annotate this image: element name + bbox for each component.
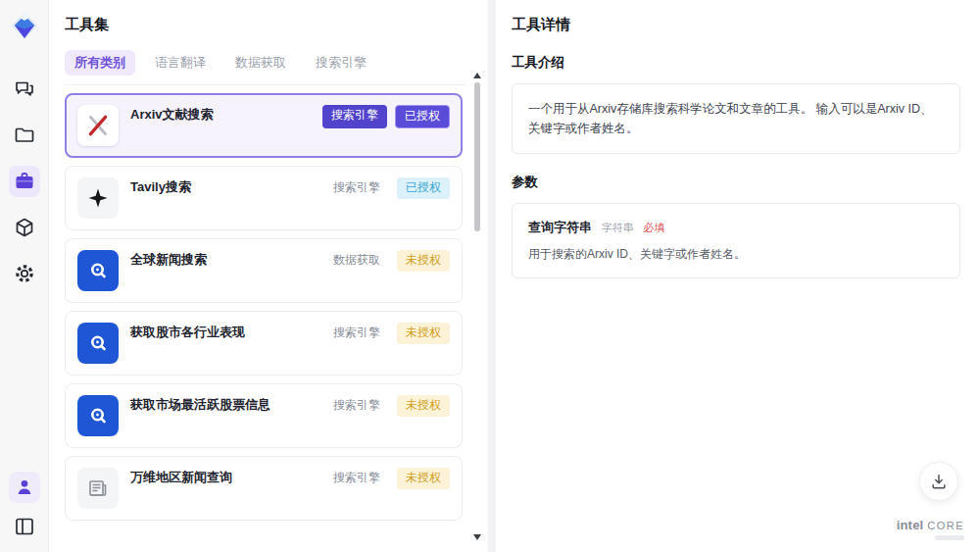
user-icon[interactable] xyxy=(9,472,40,503)
tool-auth-badge: 已授权 xyxy=(397,177,450,199)
tool-card[interactable]: Tavily搜索 搜索引擎 已授权 xyxy=(65,166,463,230)
tool-category-badge: 搜索引擎 xyxy=(322,105,387,128)
tool-auth-badge: 未授权 xyxy=(397,323,450,344)
tool-name: Arxiv文献搜索 xyxy=(130,105,315,124)
cube-icon[interactable] xyxy=(9,212,40,243)
tools-list: Arxiv文献搜索 搜索引擎 已授权 Tavily搜索 搜索引擎 已授权 xyxy=(65,93,480,536)
scrollbar-thumb[interactable] xyxy=(474,82,480,231)
app-window: 工具集 所有类别语言翻译数据获取搜索引擎 Arxiv文献搜索 搜索引擎 已授权 … xyxy=(0,0,980,552)
search-blue-icon xyxy=(77,250,119,291)
intro-text: 一个用于从Arxiv存储库搜索科学论文和文章的工具。 输入可以是Arxiv ID… xyxy=(528,99,944,138)
scrollbar-track[interactable] xyxy=(473,82,481,530)
scroll-down-arrow[interactable] xyxy=(473,534,481,540)
details-title: 工具详情 xyxy=(512,16,960,34)
tools-panel-title: 工具集 xyxy=(65,16,480,34)
gear-icon[interactable] xyxy=(9,258,40,289)
tool-card[interactable]: 全球新闻搜索 数据获取 未授权 xyxy=(65,238,463,303)
tab-数据获取[interactable]: 数据获取 xyxy=(225,50,296,75)
tool-category-badge: 搜索引擎 xyxy=(324,177,389,199)
download-icon xyxy=(929,472,949,491)
tab-语言翻译[interactable]: 语言翻译 xyxy=(145,50,216,75)
tool-card[interactable]: 获取市场最活跃股票信息 搜索引擎 未授权 xyxy=(65,383,463,448)
tool-category-badge: 数据获取 xyxy=(324,250,389,272)
tool-card[interactable]: Arxiv文献搜索 搜索引擎 已授权 xyxy=(65,93,463,158)
param-row: 查询字符串 字符串 必填 xyxy=(528,219,944,236)
tool-category-badge: 搜索引擎 xyxy=(324,395,389,417)
param-type: 字符串 xyxy=(602,222,634,233)
param-name: 查询字符串 xyxy=(528,220,592,234)
brand-intel-text: intel xyxy=(897,518,924,532)
newspaper-icon xyxy=(77,468,119,509)
params-heading: 参数 xyxy=(512,174,960,191)
briefcase-icon[interactable] xyxy=(9,166,40,197)
folder-icon[interactable] xyxy=(9,120,40,151)
tavily-icon xyxy=(77,177,119,219)
intro-heading: 工具介绍 xyxy=(512,54,960,72)
tools-panel: 工具集 所有类别语言翻译数据获取搜索引擎 Arxiv文献搜索 搜索引擎 已授权 … xyxy=(49,0,488,552)
tool-auth-badge: 已授权 xyxy=(395,105,450,128)
tool-category-badge: 搜索引擎 xyxy=(324,323,389,344)
tool-name: 获取股市各行业表现 xyxy=(130,323,317,341)
tool-auth-badge: 未授权 xyxy=(397,250,450,272)
search-blue-icon xyxy=(77,323,119,364)
param-description: 用于搜索的Arxiv ID、关键字或作者姓名。 xyxy=(528,245,944,263)
tab-所有类别[interactable]: 所有类别 xyxy=(65,50,135,75)
tool-auth-badge: 未授权 xyxy=(397,468,450,489)
param-box: 查询字符串 字符串 必填 用于搜索的Arxiv ID、关键字或作者姓名。 xyxy=(512,203,960,278)
panel-toggle-icon[interactable] xyxy=(9,511,40,542)
param-required-badge: 必填 xyxy=(643,222,664,233)
panel-divider xyxy=(488,0,496,552)
tool-category-badge: 搜索引擎 xyxy=(324,468,389,489)
rail-nav xyxy=(9,74,40,289)
tool-name: Tavily搜索 xyxy=(130,177,317,196)
brand-subtext-bar xyxy=(935,535,964,540)
details-panel: 工具详情 工具介绍 一个用于从Arxiv存储库搜索科学论文和文章的工具。 输入可… xyxy=(496,0,980,552)
tool-card[interactable]: 获取股市各行业表现 搜索引擎 未授权 xyxy=(65,311,463,376)
app-logo-icon[interactable] xyxy=(7,9,42,44)
scroll-up-arrow[interactable] xyxy=(473,73,481,78)
download-button[interactable] xyxy=(919,462,958,501)
chat-icon[interactable] xyxy=(9,74,40,105)
scrollbar xyxy=(471,73,483,540)
arxiv-icon xyxy=(77,105,119,146)
category-tabs: 所有类别语言翻译数据获取搜索引擎 xyxy=(65,50,466,85)
tab-搜索引擎[interactable]: 搜索引擎 xyxy=(306,50,376,75)
tool-name: 万维地区新闻查询 xyxy=(130,468,317,486)
icon-rail xyxy=(0,0,49,552)
tool-name: 全球新闻搜索 xyxy=(130,250,317,269)
brand-core-text: CORE xyxy=(927,520,964,531)
intel-core-logo: intel CORE xyxy=(897,518,964,540)
search-blue-icon xyxy=(77,395,119,436)
tool-auth-badge: 未授权 xyxy=(397,395,450,417)
tool-name: 获取市场最活跃股票信息 xyxy=(130,395,317,414)
rail-bottom xyxy=(9,472,40,542)
tool-card[interactable]: 万维地区新闻查询 搜索引擎 未授权 xyxy=(65,456,463,521)
intro-box: 一个用于从Arxiv存储库搜索科学论文和文章的工具。 输入可以是Arxiv ID… xyxy=(512,83,960,154)
